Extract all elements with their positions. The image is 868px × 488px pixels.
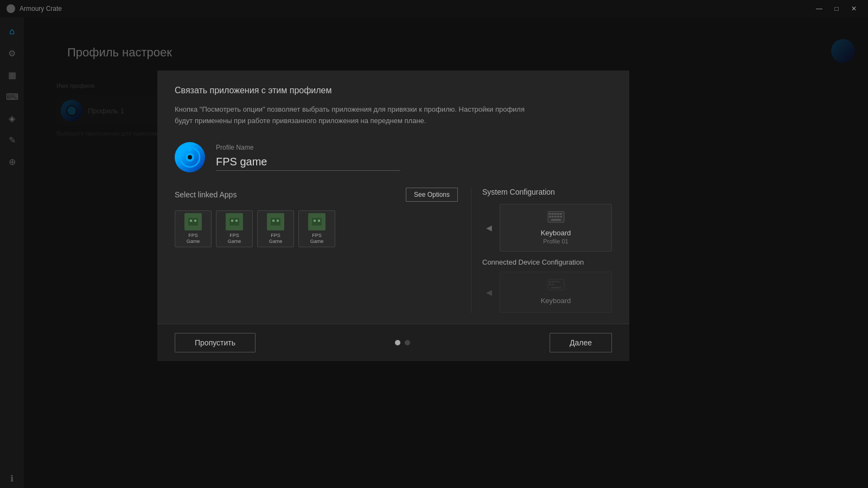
svg-point-2 (188, 155, 192, 159)
system-config-title: System Configuration (482, 188, 612, 196)
sidebar-icon-devices[interactable]: ▦ (2, 65, 22, 85)
title-bar-left: Armoury Crate (7, 4, 62, 13)
connected-keyboard-card: Keyboard (500, 272, 612, 313)
skip-button[interactable]: Пропустить (175, 333, 256, 352)
svg-rect-26 (560, 216, 562, 217)
modal-content-area: Связать приложения с этим профилем Кнопк… (157, 70, 629, 324)
svg-rect-32 (557, 281, 559, 282)
modal-dialog: Связать приложения с этим профилем Кнопк… (157, 70, 629, 361)
svg-rect-24 (554, 216, 557, 217)
svg-rect-18 (552, 213, 554, 215)
app-tile-2[interactable]: FPSGame (216, 210, 253, 247)
next-button[interactable]: Далее (550, 333, 612, 352)
close-button[interactable]: ✕ (846, 3, 861, 14)
sidebar-icon-network[interactable]: ◈ (2, 108, 22, 128)
sidebar: ⌂ ⚙ ▦ ⌨ ◈ ✎ ⊕ ℹ (0, 17, 24, 488)
app-tile-4[interactable]: FPSGame (298, 210, 335, 247)
right-column: System Configuration ◀ (471, 188, 612, 313)
svg-point-3 (188, 148, 192, 151)
sidebar-icon-info[interactable]: ℹ (2, 468, 22, 488)
profile-avatar (175, 142, 205, 172)
svg-rect-15 (318, 220, 320, 222)
svg-rect-9 (235, 220, 238, 222)
sidebar-icon-edit[interactable]: ✎ (2, 130, 22, 150)
modal-footer: Пропустить Далее (157, 324, 629, 361)
linked-apps-label: Select linked Apps (175, 190, 237, 199)
svg-rect-4 (188, 218, 198, 226)
app-label-1: FPSGame (187, 233, 200, 245)
profile-name-field: Profile Name (216, 144, 400, 171)
sidebar-icon-keyboard[interactable]: ⌨ (2, 87, 22, 106)
left-column: Select linked Apps See Options FPSGame (175, 188, 471, 313)
pagination-dot-2 (405, 340, 410, 345)
app-tile-1[interactable]: FPSGame (175, 210, 212, 247)
svg-rect-17 (549, 213, 551, 215)
connected-keyboard-icon (547, 279, 565, 293)
profile-name-label: Profile Name (216, 144, 400, 151)
svg-rect-33 (549, 284, 551, 285)
app-icon-3 (267, 213, 284, 230)
svg-rect-25 (557, 216, 559, 217)
svg-rect-7 (229, 218, 239, 226)
svg-rect-27 (551, 219, 561, 221)
window-title: Armoury Crate (20, 5, 62, 12)
keyboard-device-profile: Profile 01 (543, 238, 568, 245)
modal-section-title: Связать приложения с этим профилем (175, 86, 612, 95)
svg-rect-22 (549, 216, 551, 217)
svg-rect-23 (552, 216, 554, 217)
svg-rect-30 (552, 281, 554, 282)
svg-rect-31 (554, 281, 557, 282)
title-bar: Armoury Crate — □ ✕ (0, 0, 868, 17)
svg-rect-12 (277, 220, 279, 222)
app-icon-2 (226, 213, 243, 230)
svg-rect-6 (194, 220, 196, 222)
carousel-prev-arrow[interactable]: ◀ (482, 223, 495, 232)
svg-rect-34 (552, 284, 554, 285)
system-device-row: ◀ (482, 204, 612, 252)
svg-rect-13 (312, 218, 322, 226)
app-label-2: FPSGame (228, 233, 241, 245)
modal-columns: Select linked Apps See Options FPSGame (175, 188, 612, 313)
svg-rect-8 (231, 220, 233, 222)
minimize-button[interactable]: — (812, 3, 827, 14)
keyboard-device-name: Keyboard (541, 229, 571, 237)
sidebar-icon-link[interactable]: ⊕ (2, 152, 22, 171)
app-icon-4 (308, 213, 326, 230)
pagination-dot-1 (395, 340, 400, 345)
app-label-3: FPSGame (269, 233, 283, 245)
app-label-4: FPSGame (310, 233, 324, 245)
pagination-dots (395, 340, 410, 345)
profile-avatar-icon (179, 146, 201, 168)
profile-name-row: Profile Name (175, 142, 612, 172)
connected-device-title: Connected Device Configuration (482, 258, 612, 266)
svg-rect-19 (554, 213, 557, 215)
svg-rect-11 (272, 220, 275, 222)
sidebar-icon-home[interactable]: ⌂ (2, 22, 22, 41)
app-icon-1 (184, 213, 202, 230)
window-controls: — □ ✕ (812, 3, 861, 14)
keyboard-device-icon (547, 211, 565, 226)
see-options-button[interactable]: See Options (406, 188, 458, 202)
app-tile-3[interactable]: FPSGame (257, 210, 294, 247)
linked-apps-header: Select linked Apps See Options (175, 188, 458, 202)
app-logo-icon (7, 4, 15, 13)
connected-device-row: ◀ (482, 272, 612, 313)
svg-rect-35 (551, 287, 561, 288)
connected-keyboard-name: Keyboard (541, 297, 571, 305)
svg-rect-5 (190, 220, 192, 222)
profile-name-input[interactable] (216, 153, 400, 171)
sidebar-icon-settings[interactable]: ⚙ (2, 43, 22, 63)
system-keyboard-card: Keyboard Profile 01 (500, 204, 612, 252)
svg-rect-29 (549, 281, 551, 282)
svg-rect-21 (560, 213, 562, 215)
svg-rect-10 (271, 218, 280, 226)
svg-rect-14 (314, 220, 316, 222)
connected-carousel-arrow[interactable]: ◀ (482, 288, 495, 297)
svg-rect-20 (557, 213, 559, 215)
apps-grid: FPSGame FPSGame (175, 210, 458, 247)
modal-description: Кнопка "Посмотреть опции" позволяет выбр… (175, 104, 544, 127)
maximize-button[interactable]: □ (829, 3, 844, 14)
